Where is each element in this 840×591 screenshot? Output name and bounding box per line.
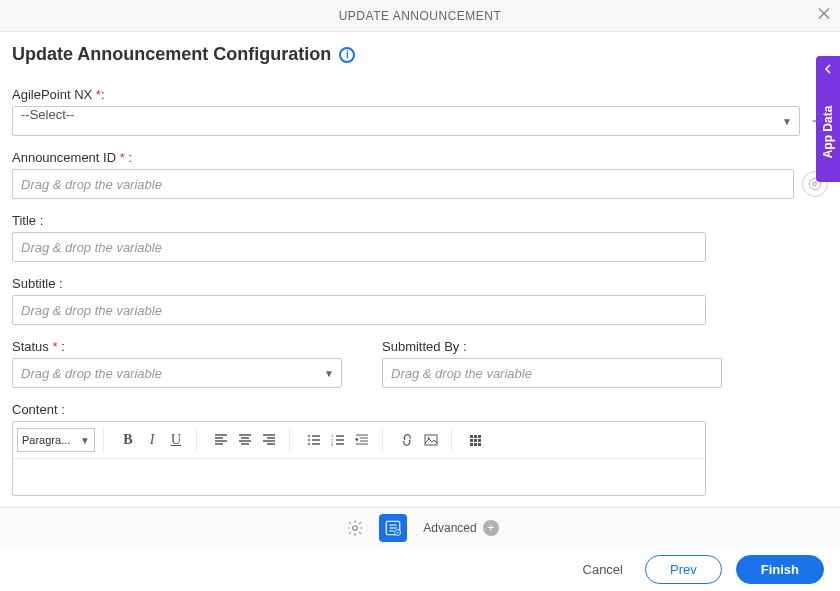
- format-dropdown[interactable]: Paragra... ▼: [17, 428, 95, 452]
- prev-button[interactable]: Prev: [645, 555, 722, 584]
- field-content: Content : Paragra... ▼ B I U: [12, 402, 706, 496]
- advanced-toggle[interactable]: Advanced +: [423, 520, 498, 536]
- svg-point-18: [353, 525, 358, 530]
- label-subtitle: Subtitle :: [12, 276, 828, 291]
- configure-icon[interactable]: [379, 514, 407, 542]
- underline-icon[interactable]: U: [164, 428, 188, 452]
- input-subtitle[interactable]: [12, 295, 706, 325]
- svg-point-1: [308, 435, 310, 437]
- align-center-icon[interactable]: [233, 428, 257, 452]
- bullet-list-icon[interactable]: [302, 428, 326, 452]
- chevron-down-icon: ▼: [80, 435, 90, 446]
- svg-text:3: 3: [331, 442, 334, 447]
- svg-point-2: [308, 439, 310, 441]
- plus-circle-icon: +: [483, 520, 499, 536]
- info-icon[interactable]: i: [339, 47, 355, 63]
- input-announcement-id[interactable]: [12, 169, 794, 199]
- align-right-icon[interactable]: [257, 428, 281, 452]
- bold-icon[interactable]: B: [116, 428, 140, 452]
- page-title: Update Announcement Configuration: [12, 44, 331, 65]
- field-status: Status * : ▼: [12, 339, 342, 388]
- advanced-label: Advanced: [423, 521, 476, 535]
- outdent-icon[interactable]: [350, 428, 374, 452]
- svg-rect-16: [474, 443, 477, 446]
- svg-rect-13: [474, 439, 477, 442]
- bottom-toolbar: Advanced +: [0, 507, 840, 547]
- svg-rect-15: [470, 443, 473, 446]
- number-list-icon[interactable]: 123: [326, 428, 350, 452]
- field-submitted-by: Submitted By :: [382, 339, 722, 388]
- label-content: Content :: [12, 402, 706, 417]
- svg-rect-14: [478, 439, 481, 442]
- input-title[interactable]: [12, 232, 706, 262]
- side-expand-button[interactable]: [816, 56, 840, 82]
- italic-icon[interactable]: I: [140, 428, 164, 452]
- select-status[interactable]: ▼: [12, 358, 342, 388]
- label-announcement-id: Announcement ID * :: [12, 150, 828, 165]
- svg-rect-9: [470, 435, 473, 438]
- image-icon[interactable]: [419, 428, 443, 452]
- side-panel-label: App Data: [821, 106, 835, 159]
- editor-toolbar: Paragra... ▼ B I U 123: [13, 422, 705, 459]
- svg-rect-10: [474, 435, 477, 438]
- form-scroll[interactable]: Update Announcement Configuration i Agil…: [0, 32, 840, 506]
- editor-textarea[interactable]: [13, 459, 705, 495]
- label-status: Status * :: [12, 339, 342, 354]
- field-subtitle: Subtitle :: [12, 276, 828, 325]
- label-title: Title :: [12, 213, 828, 228]
- side-panel-app-data[interactable]: App Data: [816, 82, 840, 182]
- svg-rect-7: [425, 435, 437, 445]
- link-icon[interactable]: [395, 428, 419, 452]
- label-submitted-by: Submitted By :: [382, 339, 722, 354]
- modal-title: UPDATE ANNOUNCEMENT: [339, 9, 502, 23]
- cancel-button[interactable]: Cancel: [575, 556, 631, 583]
- svg-rect-11: [478, 435, 481, 438]
- select-agilepoint-input[interactable]: --Select--: [12, 106, 800, 136]
- footer: Cancel Prev Finish: [0, 547, 840, 591]
- label-agilepoint: AgilePoint NX *:: [12, 87, 828, 102]
- select-agilepoint[interactable]: --Select-- ▼: [12, 106, 800, 136]
- rich-editor: Paragra... ▼ B I U 123: [12, 421, 706, 496]
- settings-icon[interactable]: [341, 514, 369, 542]
- field-announcement-id: Announcement ID * :: [12, 150, 828, 199]
- close-icon[interactable]: [816, 5, 832, 26]
- page-title-row: Update Announcement Configuration i: [12, 44, 828, 65]
- table-icon[interactable]: [464, 428, 488, 452]
- modal-header: UPDATE ANNOUNCEMENT: [0, 0, 840, 32]
- svg-rect-12: [470, 439, 473, 442]
- field-agilepoint: AgilePoint NX *: --Select-- ▼: [12, 87, 828, 136]
- field-title: Title :: [12, 213, 828, 262]
- svg-rect-17: [478, 443, 481, 446]
- align-left-icon[interactable]: [209, 428, 233, 452]
- finish-button[interactable]: Finish: [736, 555, 824, 584]
- input-submitted-by[interactable]: [382, 358, 722, 388]
- input-status[interactable]: [12, 358, 342, 388]
- svg-point-3: [308, 443, 310, 445]
- row-status-submitted: Status * : ▼ Submitted By :: [12, 339, 828, 402]
